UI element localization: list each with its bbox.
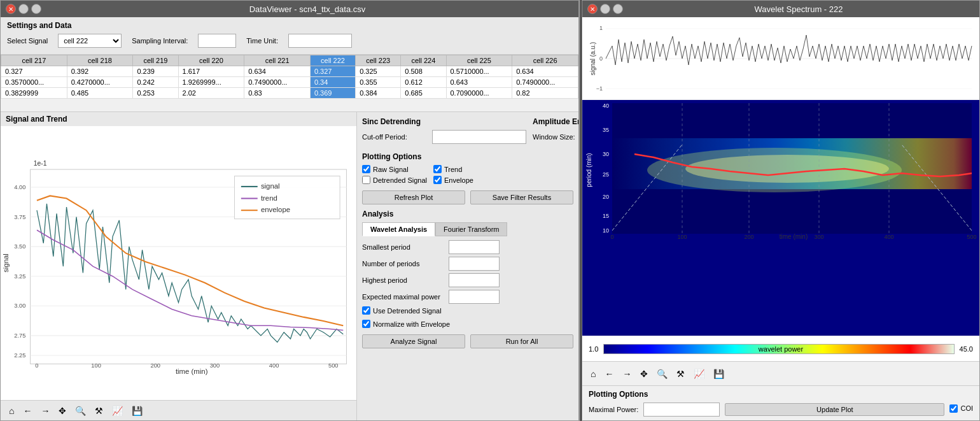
right-maximize-button[interactable] bbox=[613, 4, 623, 14]
right-minimize-button[interactable] bbox=[600, 4, 610, 14]
cell[interactable]: 0.3570000... bbox=[1, 77, 67, 88]
wavelet-home-button[interactable]: ⌂ bbox=[587, 367, 599, 381]
cell[interactable]: 0.392 bbox=[67, 66, 133, 77]
forward-button[interactable]: → bbox=[38, 404, 53, 418]
highest-period-input[interactable]: 40 bbox=[449, 273, 500, 287]
zoom-button[interactable]: 🔍 bbox=[72, 404, 89, 418]
col-header-221[interactable]: cell 221 bbox=[244, 55, 311, 66]
period-label: period (min) bbox=[585, 153, 592, 187]
cell[interactable]: 0.327 bbox=[1, 66, 67, 77]
cell[interactable]: 0.612 bbox=[401, 77, 446, 88]
save-plot-button[interactable]: 💾 bbox=[129, 404, 146, 418]
left-maximize-button[interactable] bbox=[31, 4, 41, 14]
col-header-223[interactable]: cell 223 bbox=[356, 55, 401, 66]
cell[interactable]: 0.634 bbox=[244, 66, 311, 77]
right-close-button[interactable]: ✕ bbox=[587, 4, 598, 14]
cell[interactable]: 1.617 bbox=[178, 66, 244, 77]
cutoff-input[interactable]: 90 bbox=[432, 130, 526, 144]
cell[interactable]: 0.242 bbox=[133, 77, 178, 88]
signal-trend-svg: signal 1e-1 time (min) bbox=[1, 126, 356, 400]
cell-selected[interactable]: 0.327 bbox=[310, 66, 355, 77]
cell[interactable]: 0.7490000... bbox=[512, 77, 578, 88]
left-window-title: DataViewer - scn4_ttx_data.csv bbox=[41, 4, 573, 14]
trend-checkbox[interactable] bbox=[433, 165, 442, 173]
legend-trend-label: trend bbox=[261, 194, 277, 202]
update-plot-button[interactable]: Update Plot bbox=[725, 403, 944, 416]
col-header-224[interactable]: cell 224 bbox=[401, 55, 446, 66]
col-header-217[interactable]: cell 217 bbox=[1, 55, 67, 66]
cell[interactable]: 0.7090000... bbox=[446, 88, 512, 99]
back-button[interactable]: ← bbox=[20, 404, 35, 418]
time-unit-input[interactable]: h bbox=[288, 34, 352, 48]
use-detrended-checkbox[interactable] bbox=[362, 306, 370, 315]
cell[interactable]: 0.325 bbox=[356, 66, 401, 77]
num-periods-input[interactable]: 200 bbox=[449, 257, 500, 271]
detrended-row: Detrended Signal bbox=[362, 176, 427, 184]
cell[interactable]: 0.355 bbox=[356, 77, 401, 88]
cell[interactable]: 0.508 bbox=[401, 66, 446, 77]
wavelet-tab[interactable]: Wavelet Analysis bbox=[362, 222, 435, 236]
home-button[interactable]: ⌂ bbox=[6, 404, 17, 418]
wavelet-trend-button[interactable]: 📈 bbox=[690, 367, 708, 381]
table-row: 0.3570000... 0.4270000... 0.242 1.926999… bbox=[1, 77, 578, 88]
run-for-all-button[interactable]: Run for All bbox=[470, 334, 573, 348]
expected-max-input[interactable] bbox=[449, 290, 500, 304]
wavelet-back-button[interactable]: ← bbox=[601, 367, 617, 381]
analyze-signal-button[interactable]: Analyze Signal bbox=[362, 334, 465, 348]
sampling-input[interactable]: 1 bbox=[198, 34, 236, 48]
legend-signal-label: signal bbox=[261, 182, 280, 190]
cell[interactable]: 0.5710000... bbox=[446, 66, 512, 77]
col-header-219[interactable]: cell 219 bbox=[133, 55, 178, 66]
max-power-input[interactable]: 45 bbox=[643, 403, 720, 417]
signal-label: Select Signal bbox=[7, 37, 48, 45]
filter-button[interactable]: ⚒ bbox=[92, 404, 106, 418]
coi-checkbox[interactable] bbox=[949, 404, 958, 413]
cell[interactable]: 0.634 bbox=[512, 66, 578, 77]
wavelet-zoom-button[interactable]: 🔍 bbox=[654, 367, 671, 381]
refresh-plot-button[interactable]: Refresh Plot bbox=[362, 190, 465, 204]
wavelet-pan-button[interactable]: ✥ bbox=[637, 367, 651, 381]
signal-select[interactable]: cell 222 bbox=[58, 34, 122, 48]
cell[interactable]: 0.485 bbox=[67, 88, 133, 99]
y-label-15: 15 bbox=[603, 213, 609, 219]
smallest-period-input[interactable]: 10 bbox=[449, 240, 500, 254]
checkboxes: Raw Signal Detrended Signal Trend Envelo… bbox=[362, 165, 573, 187]
left-minimize-button[interactable] bbox=[18, 4, 29, 14]
col-header-222[interactable]: cell 222 bbox=[310, 55, 355, 66]
col-header-218[interactable]: cell 218 bbox=[67, 55, 133, 66]
cell[interactable]: 0.82 bbox=[512, 88, 578, 99]
trend-button[interactable]: 📈 bbox=[109, 404, 126, 418]
wavelet-settings-button[interactable]: ⚒ bbox=[673, 367, 688, 381]
raw-signal-checkbox[interactable] bbox=[362, 165, 370, 173]
wavelet-forward-button[interactable]: → bbox=[619, 367, 634, 381]
col-header-225[interactable]: cell 225 bbox=[446, 55, 512, 66]
cell[interactable]: 0.253 bbox=[133, 88, 178, 99]
colorbar-row: 1.0 wavelet power 45.0 bbox=[582, 336, 979, 361]
fourier-tab[interactable]: Fourier Transform bbox=[435, 222, 507, 236]
plotting-options-title: Plotting Options bbox=[362, 152, 573, 161]
detrended-checkbox[interactable] bbox=[362, 176, 370, 184]
cell[interactable]: 2.02 bbox=[178, 88, 244, 99]
pan-button[interactable]: ✥ bbox=[55, 404, 69, 418]
cell[interactable]: 0.685 bbox=[401, 88, 446, 99]
cell[interactable]: 0.384 bbox=[356, 88, 401, 99]
wavelet-save-button[interactable]: 💾 bbox=[710, 367, 727, 381]
cell[interactable]: 1.9269999... bbox=[178, 77, 244, 88]
time-unit-label: Time Unit: bbox=[246, 37, 278, 45]
save-filter-button[interactable]: Save Filter Results bbox=[470, 190, 573, 204]
cell[interactable]: 0.643 bbox=[446, 77, 512, 88]
cell[interactable]: 0.239 bbox=[133, 66, 178, 77]
cell[interactable]: 0.7490000... bbox=[244, 77, 311, 88]
cell-selected[interactable]: 0.34 bbox=[310, 77, 355, 88]
sinc-detrending: Sinc Detrending Cut-off Period: 90 bbox=[362, 117, 526, 147]
cell[interactable]: 0.3829999 bbox=[1, 88, 67, 99]
cell[interactable]: 0.83 bbox=[244, 88, 311, 99]
col-header-220[interactable]: cell 220 bbox=[178, 55, 244, 66]
cell-selected[interactable]: 0.369 bbox=[310, 88, 355, 99]
cell[interactable]: 0.4270000... bbox=[67, 77, 133, 88]
col-header-226[interactable]: cell 226 bbox=[512, 55, 578, 66]
normalize-checkbox[interactable] bbox=[362, 320, 370, 328]
envelope-checkbox[interactable] bbox=[433, 176, 442, 184]
y-label-25: 25 bbox=[603, 171, 609, 178]
left-close-button[interactable]: ✕ bbox=[6, 4, 16, 14]
